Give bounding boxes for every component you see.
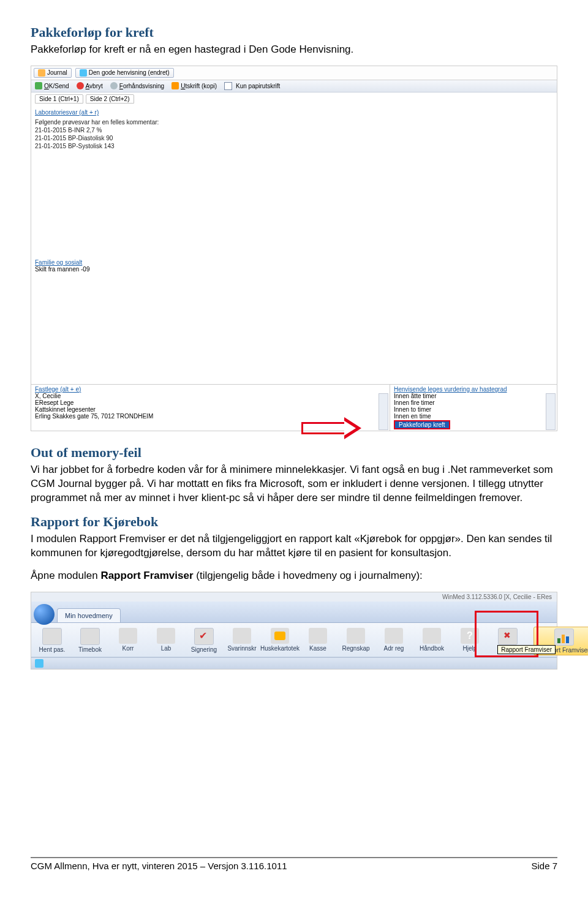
- regnskap-label: Regnskap: [342, 645, 369, 652]
- coins-icon: [347, 628, 365, 644]
- hastegrad-opt-2[interactable]: Innen fire timer: [394, 399, 553, 406]
- fastlege-line-2: EResept Lege: [35, 399, 386, 406]
- timebok-button[interactable]: Timebok: [72, 627, 108, 655]
- kasse-label: Kasse: [309, 645, 326, 652]
- huskekartotek-button[interactable]: Huskekartotek: [262, 627, 298, 655]
- hastegrad-selected-label: Pakkeforløp kreft: [399, 421, 445, 428]
- hastegrad-opt-4[interactable]: Innen en time: [394, 413, 553, 420]
- fastlege-panel: Fastlege (alt + e) X, Cecilie EResept Le…: [31, 385, 390, 431]
- red-arrow-annotation: [301, 417, 365, 434]
- familie-header[interactable]: Familie og sosialt: [31, 258, 557, 266]
- fastlege-header[interactable]: Fastlege (alt + e): [35, 386, 386, 393]
- huskekartotek-label: Huskekartotek: [260, 645, 300, 652]
- signering-button[interactable]: Signering: [186, 627, 222, 655]
- timebok-label: Timebok: [78, 646, 102, 653]
- tab-dgh-label: Den gode henvisning (endret): [89, 69, 170, 76]
- screenshot-hovedmeny: WinMed 3.112.5336.0 [X, Cecilie - ERes M…: [31, 592, 557, 670]
- tab-journal-label: Journal: [47, 69, 67, 76]
- papir-label: Kun papirutskrift: [236, 83, 280, 89]
- para-pakkeforlop: Pakkeforløp for kreft er nå en egen hast…: [31, 43, 557, 57]
- book-icon: [423, 628, 441, 644]
- tooltip-rapport: Rapport Framviser: [497, 645, 556, 654]
- kasse-button[interactable]: Kasse: [300, 627, 336, 655]
- avbryt-label: Avbryt: [86, 83, 103, 89]
- forhand-label: Forhåndsvisning: [119, 83, 164, 89]
- scrollbar-right[interactable]: [546, 393, 556, 430]
- ss1-subtabs: Side 1 (Ctrl+1) Side 2 (Ctrl+2): [31, 92, 557, 105]
- fastlege-line-1: X, Cecilie: [35, 393, 386, 399]
- para-open-pre: Åpne modulen: [31, 570, 100, 581]
- tab-dgh[interactable]: Den gode henvisning (endret): [75, 68, 174, 78]
- hastegrad-selected[interactable]: Pakkeforløp kreft: [394, 420, 450, 429]
- regnskap-button[interactable]: Regnskap: [337, 627, 374, 655]
- heading-oom: Out of memory-feil: [31, 445, 557, 461]
- handbok-button[interactable]: Håndbok: [413, 627, 450, 655]
- dgh-icon: [80, 69, 87, 77]
- korr-label: Korr: [123, 645, 134, 652]
- svarinnskr-button[interactable]: Svarinnskr: [224, 627, 260, 655]
- subtab-side1[interactable]: Side 1 (Ctrl+1): [35, 94, 83, 104]
- lab-line-3: 21-01-2015 BP-Systolisk 143: [35, 142, 553, 150]
- handbok-label: Håndbok: [420, 645, 444, 652]
- barchart-icon: [554, 628, 574, 646]
- forhand-button[interactable]: Forhåndsvisning: [110, 82, 164, 89]
- help-icon: [461, 628, 479, 644]
- lab-line-2: 21-01-2015 BP-Diastolisk 90: [35, 134, 553, 142]
- hjelp-button[interactable]: Hjelp: [451, 627, 488, 655]
- scrollbar[interactable]: [379, 393, 388, 430]
- lab-content: Følgende prøvesvar har en felles komment…: [31, 117, 557, 154]
- hentpas-button[interactable]: Hent pas.: [34, 627, 70, 655]
- footer-right: Side 7: [531, 861, 557, 871]
- ss1-bottom-row: Fastlege (alt + e) X, Cecilie EResept Le…: [31, 384, 557, 431]
- familie-text: Skilt fra mannen -09: [31, 266, 557, 274]
- stop-icon: [77, 82, 84, 89]
- print-icon: [172, 82, 179, 89]
- ss2-bottom-strip: [31, 657, 557, 669]
- lab-button[interactable]: Lab: [148, 627, 184, 655]
- ss1-titlebar: Journal Den gode henvisning (endret): [31, 66, 557, 80]
- adrreg-button[interactable]: Adr reg: [375, 627, 412, 655]
- utskrift-label: Utskrift (kopi): [181, 83, 217, 89]
- addressbook-icon: [385, 628, 403, 644]
- winmed-version: WinMed 3.112.5336.0 [X, Cecilie - ERes: [31, 592, 557, 602]
- papir-checkbox[interactable]: Kun papirutskrift: [224, 82, 280, 90]
- ss1-toolbar: OK/Send Avbryt Forhåndsvisning Utskrift …: [31, 80, 557, 92]
- flask-icon: [157, 628, 175, 644]
- people-icon: [271, 628, 289, 644]
- journal-icon: [38, 69, 45, 77]
- avbryt-button[interactable]: Avbryt: [77, 82, 103, 89]
- cashregister-icon: [309, 628, 327, 644]
- checkmark-icon: [194, 628, 214, 645]
- signering-label: Signering: [191, 646, 217, 653]
- magnifier-icon: [110, 82, 118, 89]
- hastegrad-header: Henvisende leges vurdering av hastegrad: [394, 386, 553, 393]
- utskrift-button[interactable]: Utskrift (kopi): [172, 82, 217, 89]
- oksend-button[interactable]: OK/Send: [35, 82, 69, 89]
- korr-button[interactable]: Korr: [110, 627, 146, 655]
- para-open-post: (tilgjengelig både i hovedmeny og i jour…: [194, 570, 423, 581]
- hastegrad-opt-1[interactable]: Innen åtte timer: [394, 393, 553, 399]
- heading-rapport: Rapport for Kjørebok: [31, 514, 557, 530]
- lab-section-header[interactable]: Laboratoriesvar (alt + r): [31, 105, 557, 117]
- timebok-icon: [80, 628, 100, 645]
- printer-icon: [233, 628, 251, 644]
- heading-pakkeforlop: Pakkeforløp for kreft: [31, 25, 557, 40]
- lab-line-1: 21-01-2015 B-INR 2,7 %: [35, 126, 553, 134]
- para-open-bold: Rapport Framviser: [100, 570, 193, 581]
- small-icon[interactable]: [35, 659, 43, 668]
- hjelp-label: Hjelp: [463, 645, 477, 652]
- tab-hovedmeny[interactable]: Min hovedmeny: [57, 608, 121, 622]
- footer-left: CGM Allmenn, Hva er nytt, vinteren 2015 …: [31, 861, 287, 871]
- tab-journal[interactable]: Journal: [34, 68, 72, 78]
- hastegrad-opt-3[interactable]: Innen to timer: [394, 406, 553, 413]
- checkbox-icon: [224, 82, 232, 90]
- fastlege-line-3: Kattskinnet legesenter: [35, 406, 386, 413]
- ss2-toolbar: Hent pas. Timebok Korr Lab Signering Sva…: [31, 623, 557, 657]
- hastegrad-panel: Henvisende leges vurdering av hastegrad …: [390, 385, 557, 431]
- app-orb-icon[interactable]: [34, 604, 55, 625]
- subtab-side2[interactable]: Side 2 (Ctrl+2): [86, 94, 134, 104]
- svarinnskr-label: Svarinnskr: [227, 645, 256, 652]
- envelope-icon: [119, 628, 137, 644]
- close-icon: [498, 628, 518, 645]
- lab-intro: Følgende prøvesvar har en felles komment…: [35, 118, 553, 126]
